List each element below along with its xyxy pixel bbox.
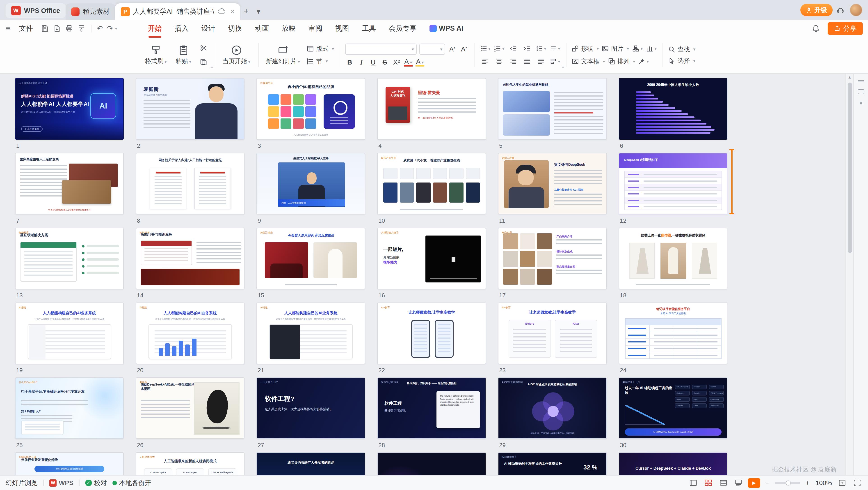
- tab-close-icon[interactable]: ×: [230, 7, 235, 16]
- scroll-up-icon[interactable]: ▲: [846, 75, 854, 80]
- scrollbar-thumb[interactable]: [848, 83, 852, 253]
- distribute-button[interactable]: [535, 57, 547, 66]
- proofread-status[interactable]: ✓校对: [85, 479, 107, 487]
- slide-thumbnail[interactable]: 编码效率提升AI 辅助编码对于程序员的工作效率提升32 %: [498, 452, 607, 475]
- slide-thumbnail[interactable]: AIGC研发效能影响AIGC 对企业研发效能核心因素的影响能力升级 · 工具升级…: [498, 377, 607, 439]
- clipboard-dialog-launcher[interactable]: ≡: [211, 64, 213, 69]
- slide-thumbnail[interactable]: AI编程助手工具过去一年 AI 辅助编程工具的发展GitHub CopilotT…: [619, 377, 727, 439]
- slideshow-play-button[interactable]: ▶: [748, 478, 760, 488]
- superscript-button[interactable]: X²: [392, 58, 401, 66]
- tab-design[interactable]: 设计: [195, 21, 221, 36]
- italic-button[interactable]: I: [357, 59, 366, 66]
- upgrade-button[interactable]: 升级: [800, 4, 833, 16]
- slide-thumbnail[interactable]: AI搭建人人都能构建自己的AI业务系统让每个人都能拥有“专属系统”,像搭积木一样…: [15, 302, 124, 364]
- slide-thumbnail[interactable]: 隐性知识显性化集体协作、知识共享 —— 隐性知识显性化软件工程是社交学习过程。T…: [377, 377, 486, 439]
- slide-thumbnail[interactable]: [377, 452, 486, 475]
- shapes-button[interactable]: 形状: [572, 45, 599, 53]
- slide-thumbnail[interactable]: 大模型能力演示一部短片,介绍当前的模型能力: [377, 228, 486, 289]
- slide-thumbnail[interactable]: 国务院关于深入实施“人工智能+”行动的意见: [136, 153, 245, 214]
- slide-thumbnail[interactable]: AI+教育让老师愿意教,让学生高效学: [377, 302, 486, 364]
- decrease-indent-button[interactable]: [507, 44, 519, 54]
- slide-thumbnail[interactable]: 电商应用产品系列介绍模特试衣生成商品图批量出图: [498, 228, 607, 289]
- increase-indent-button[interactable]: [521, 44, 533, 54]
- save-button[interactable]: [38, 23, 51, 34]
- slide-thumbnail[interactable]: 智能检索垂直领域解决方案: [15, 228, 124, 289]
- tab-docer[interactable]: 稻壳素材: [66, 3, 115, 20]
- bold-button[interactable]: B: [345, 58, 354, 66]
- highlight-color-button[interactable]: A: [415, 58, 425, 66]
- design-tools-button[interactable]: [638, 57, 649, 66]
- paste-button[interactable]: 粘贴: [174, 44, 193, 66]
- view-mode-label[interactable]: 幻灯片浏览: [6, 479, 38, 487]
- slide-thumbnail[interactable]: Cursor + DeepSeek + Claude + DevBox整合式 A…: [619, 452, 727, 475]
- vertical-scrollbar[interactable]: ▲: [845, 74, 854, 475]
- textbox-button[interactable]: 文本框: [572, 57, 605, 65]
- font-size-select[interactable]: ▾: [420, 44, 445, 55]
- main-menu-icon[interactable]: ≡: [6, 24, 10, 33]
- slide-thumbnail[interactable]: AI+教育让老师愿意教,让学生高效学BeforeAfter: [498, 302, 607, 364]
- share-button[interactable]: 分享: [828, 22, 863, 35]
- slide-thumbnail[interactable]: 仅需上传一张服饰图,一键生成模特试衣视频: [619, 228, 727, 289]
- undo-history-dropdown[interactable]: ▾: [115, 26, 117, 31]
- align-center-button[interactable]: [494, 57, 505, 66]
- backup-status[interactable]: 本地备份开: [113, 479, 151, 487]
- tab-transition[interactable]: 切换: [222, 21, 248, 36]
- format-painter-quick-icon[interactable]: [75, 23, 87, 34]
- zoom-out-button[interactable]: −: [764, 479, 771, 487]
- tab-document[interactable]: P 人人都要学AI–销售类讲座-\ ×: [115, 3, 240, 20]
- slide-thumbnail[interactable]: AI编程能力分级当前行业研发智能化趋势软件智能研发能力分级模型: [15, 452, 124, 475]
- find-button[interactable]: 查找: [668, 45, 695, 54]
- slide-thumbnail[interactable]: 什么是Coze扣子扣子开发平台,零基础开启Agent专业开发扣子能做什么?: [15, 377, 124, 439]
- slide-thumbnail[interactable]: 知识服务智能问答与知识服务: [136, 228, 245, 289]
- normal-view-button[interactable]: [688, 478, 699, 488]
- fullscreen-button[interactable]: [851, 478, 863, 488]
- zoom-level[interactable]: 100%: [815, 479, 833, 487]
- arrange-button[interactable]: 排列: [608, 57, 635, 65]
- slide-thumbnail[interactable]: DeepSeek 走到聚光灯下: [619, 153, 727, 214]
- slide-thumbnail[interactable]: 人工智能AIGC系列公开课解锁AIGC技能 把握职场新机遇人人都能学AI 人人都…: [15, 78, 124, 139]
- slide-thumbnail[interactable]: AI前沿动态AI机器人晋升部长,背负反腐重任: [256, 228, 365, 289]
- slide-thumbnail[interactable]: AI搭建人人都能构建自己的AI业务系统让每个人都能拥有“专属系统”,像搭积木一样…: [136, 302, 245, 364]
- font-color-button[interactable]: A: [404, 58, 413, 66]
- decrease-font-button[interactable]: A: [460, 45, 468, 53]
- export-button[interactable]: [51, 23, 63, 34]
- zoom-slider-thumb[interactable]: [786, 481, 791, 486]
- new-slide-button[interactable]: 新建幻灯片: [264, 44, 302, 66]
- align-left-button[interactable]: [479, 57, 491, 66]
- play-from-current-button[interactable]: 当页开始: [220, 44, 253, 66]
- underline-button[interactable]: U: [369, 58, 378, 66]
- smartart-button[interactable]: [632, 44, 643, 54]
- slide-thumbnail[interactable]: 2000-2045年中国大学生毕业人数: [619, 78, 727, 139]
- tab-list-button[interactable]: ▾: [252, 5, 265, 17]
- copy-button[interactable]: [198, 57, 209, 67]
- slide-thumbnail[interactable]: GPT时代 人类再腾飞里德·霍夫曼第一本由GPT-4与人类合著的图书!: [377, 78, 486, 139]
- notification-bell-icon[interactable]: [810, 23, 822, 34]
- slide-thumbnail[interactable]: 袁庭新资深AI讲师 / 图书作者: [136, 78, 245, 139]
- slide-sorter-canvas[interactable]: 人工智能AIGC系列公开课解锁AIGC技能 把握职场新机遇人人都能学AI 人人都…: [0, 74, 845, 475]
- line-spacing-button[interactable]: [535, 44, 547, 54]
- slide-thumbnail[interactable]: AI绘画借助DeepSeek+AI绘画,一键生成国风水墨画: [136, 377, 245, 439]
- zoom-slider[interactable]: [775, 482, 800, 484]
- slide-thumbnail[interactable]: 创始人故事梁文锋与DeepSeek从量化投资走向 AGI 探索: [498, 153, 607, 214]
- zoom-in-button[interactable]: +: [804, 479, 811, 487]
- slide-sorter-view-button[interactable]: [703, 478, 714, 488]
- slide-thumbnail[interactable]: 国家高度重视人工智能发展中央政治局就加强人工智能发展举行集体学习: [15, 153, 124, 214]
- chart-button[interactable]: [646, 44, 657, 54]
- new-tab-button[interactable]: +: [240, 5, 252, 17]
- tab-review[interactable]: 审阅: [302, 21, 328, 36]
- tab-tools[interactable]: 工具: [356, 21, 382, 36]
- paragraph-dialog-launcher[interactable]: ≡: [562, 64, 564, 69]
- notes-view-button[interactable]: [733, 478, 744, 488]
- support-icon[interactable]: [834, 4, 846, 16]
- section-button[interactable]: 节: [307, 57, 334, 65]
- file-menu-button[interactable]: 文件: [13, 22, 38, 35]
- strikethrough-button[interactable]: S: [380, 58, 390, 66]
- numbered-list-button[interactable]: [494, 44, 505, 54]
- select-button[interactable]: 选择: [668, 57, 695, 65]
- tab-home[interactable]: 开始: [142, 21, 168, 36]
- task-pane-icon[interactable]: [858, 89, 864, 94]
- tab-member[interactable]: 会员专享: [383, 21, 423, 36]
- slide-thumbnail[interactable]: 通义灵码收获广大开发者的喜爱: [256, 452, 365, 475]
- slide-thumbnail[interactable]: 笔记软件智能化服务平台常用 AI 学习工具速查表: [619, 302, 727, 364]
- user-avatar[interactable]: [850, 4, 862, 16]
